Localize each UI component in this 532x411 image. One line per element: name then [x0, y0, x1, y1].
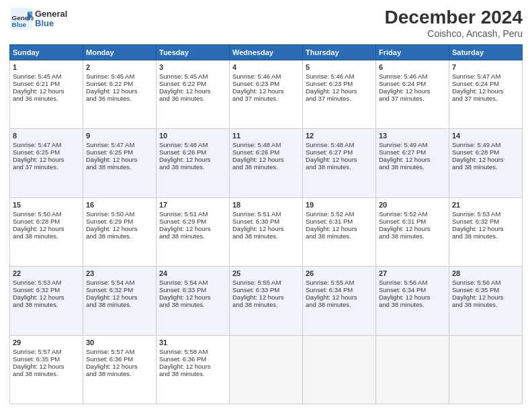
- table-row: 4Sunrise: 5:46 AMSunset: 6:23 PMDaylight…: [230, 60, 303, 129]
- day-info-line: Daylight: 12 hours: [379, 87, 446, 95]
- day-info-line: and 38 minutes.: [379, 163, 446, 171]
- day-info-line: Sunset: 6:21 PM: [13, 80, 80, 87]
- day-info-line: Sunrise: 5:49 AM: [379, 141, 446, 148]
- week-row-5: 29Sunrise: 5:57 AMSunset: 6:35 PMDayligh…: [10, 335, 523, 404]
- day-info-line: Sunrise: 5:48 AM: [159, 141, 226, 148]
- day-info-line: Sunset: 6:26 PM: [159, 148, 226, 156]
- day-info-line: Sunset: 6:23 PM: [232, 80, 300, 87]
- day-info-line: Sunrise: 5:46 AM: [232, 73, 300, 80]
- day-number: 18: [232, 201, 300, 209]
- day-number: 9: [86, 132, 153, 140]
- day-info-line: Sunset: 6:32 PM: [86, 286, 153, 293]
- day-info-line: and 38 minutes.: [232, 163, 300, 171]
- day-info-line: Daylight: 12 hours: [159, 87, 226, 95]
- day-number: 7: [452, 63, 519, 71]
- day-number: 15: [13, 201, 80, 209]
- day-info-line: and 38 minutes.: [159, 370, 226, 377]
- col-thursday: Thursday: [303, 45, 376, 60]
- day-info-line: Sunrise: 5:51 AM: [159, 210, 226, 218]
- day-number: 26: [306, 269, 373, 277]
- table-row: 1Sunrise: 5:45 AMSunset: 6:21 PMDaylight…: [10, 60, 83, 129]
- week-row-1: 1Sunrise: 5:45 AMSunset: 6:21 PMDaylight…: [10, 60, 523, 129]
- table-row: 13Sunrise: 5:49 AMSunset: 6:27 PMDayligh…: [376, 129, 449, 197]
- day-number: 5: [306, 63, 373, 71]
- table-row: 29Sunrise: 5:57 AMSunset: 6:35 PMDayligh…: [10, 335, 83, 404]
- day-info-line: and 37 minutes.: [13, 163, 80, 171]
- day-info-line: Sunset: 6:36 PM: [159, 355, 226, 363]
- day-info-line: Sunrise: 5:45 AM: [86, 73, 153, 80]
- subtitle: Coishco, Ancash, Peru: [385, 28, 523, 39]
- day-info-line: Sunset: 6:29 PM: [86, 218, 153, 225]
- day-number: 8: [13, 132, 80, 140]
- day-number: 20: [379, 201, 446, 209]
- table-row: 23Sunrise: 5:54 AMSunset: 6:32 PMDayligh…: [83, 267, 157, 335]
- day-number: 24: [159, 269, 226, 277]
- day-number: 4: [232, 63, 300, 71]
- day-info-line: Daylight: 12 hours: [452, 156, 519, 163]
- table-row: 19Sunrise: 5:52 AMSunset: 6:31 PMDayligh…: [303, 197, 376, 266]
- day-info-line: Daylight: 12 hours: [86, 225, 153, 232]
- day-info-line: Sunrise: 5:50 AM: [13, 210, 80, 218]
- day-info-line: Sunset: 6:29 PM: [159, 218, 226, 225]
- day-info-line: and 38 minutes.: [86, 163, 153, 171]
- day-info-line: Sunset: 6:25 PM: [13, 148, 80, 156]
- day-number: 13: [379, 132, 446, 140]
- day-info-line: Sunset: 6:24 PM: [452, 80, 519, 87]
- svg-text:Blue: Blue: [12, 21, 27, 28]
- table-row: 6Sunrise: 5:46 AMSunset: 6:24 PMDaylight…: [376, 60, 449, 129]
- day-info-line: and 38 minutes.: [13, 370, 80, 377]
- day-number: 6: [379, 63, 446, 71]
- day-info-line: and 37 minutes.: [232, 95, 300, 102]
- day-number: 19: [306, 201, 373, 209]
- day-info-line: Daylight: 12 hours: [452, 293, 519, 301]
- day-info-line: Sunset: 6:32 PM: [452, 218, 519, 225]
- main-title: December 2024: [385, 7, 523, 28]
- day-info-line: Sunset: 6:27 PM: [306, 148, 373, 156]
- day-info-line: Sunrise: 5:56 AM: [452, 279, 519, 286]
- day-info-line: Sunset: 6:24 PM: [379, 80, 446, 87]
- week-row-4: 22Sunrise: 5:53 AMSunset: 6:32 PMDayligh…: [10, 267, 523, 335]
- day-info-line: Sunrise: 5:47 AM: [452, 73, 519, 80]
- day-info-line: and 37 minutes.: [379, 95, 446, 102]
- day-info-line: Daylight: 12 hours: [232, 156, 300, 163]
- table-row: 25Sunrise: 5:55 AMSunset: 6:33 PMDayligh…: [230, 267, 303, 335]
- table-row: 11Sunrise: 5:48 AMSunset: 6:26 PMDayligh…: [230, 129, 303, 197]
- table-row: 26Sunrise: 5:55 AMSunset: 6:34 PMDayligh…: [303, 267, 376, 335]
- day-number: 14: [452, 132, 519, 140]
- day-info-line: Sunset: 6:35 PM: [452, 286, 519, 293]
- day-info-line: Sunset: 6:30 PM: [232, 218, 300, 225]
- table-row: 24Sunrise: 5:54 AMSunset: 6:33 PMDayligh…: [157, 267, 230, 335]
- day-info-line: Sunset: 6:22 PM: [159, 80, 226, 87]
- day-info-line: and 38 minutes.: [232, 232, 300, 240]
- day-info-line: Daylight: 12 hours: [13, 363, 80, 370]
- day-info-line: and 38 minutes.: [306, 232, 373, 240]
- logo-text: General Blue: [35, 9, 67, 29]
- table-row: 31Sunrise: 5:58 AMSunset: 6:36 PMDayligh…: [157, 335, 230, 404]
- day-info-line: Sunrise: 5:52 AM: [306, 210, 373, 218]
- day-info-line: and 38 minutes.: [306, 301, 373, 308]
- table-row: 15Sunrise: 5:50 AMSunset: 6:28 PMDayligh…: [10, 197, 83, 266]
- table-row: [303, 335, 376, 404]
- day-number: 2: [86, 63, 153, 71]
- day-number: 22: [13, 269, 80, 277]
- day-info-line: Sunrise: 5:51 AM: [232, 210, 300, 218]
- day-info-line: Sunrise: 5:53 AM: [452, 210, 519, 218]
- day-number: 21: [452, 201, 519, 209]
- week-row-3: 15Sunrise: 5:50 AMSunset: 6:28 PMDayligh…: [10, 197, 523, 266]
- day-info-line: and 38 minutes.: [379, 232, 446, 240]
- col-friday: Friday: [376, 45, 449, 60]
- day-info-line: Daylight: 12 hours: [306, 293, 373, 301]
- table-row: 2Sunrise: 5:45 AMSunset: 6:22 PMDaylight…: [83, 60, 157, 129]
- col-sunday: Sunday: [10, 45, 83, 60]
- col-monday: Monday: [83, 45, 157, 60]
- day-info-line: Sunset: 6:27 PM: [379, 148, 446, 156]
- table-row: [449, 335, 523, 404]
- calendar-table: Sunday Monday Tuesday Wednesday Thursday…: [9, 44, 523, 404]
- table-row: 8Sunrise: 5:47 AMSunset: 6:25 PMDaylight…: [10, 129, 83, 197]
- day-info-line: Sunrise: 5:52 AM: [379, 210, 446, 218]
- table-row: 3Sunrise: 5:45 AMSunset: 6:22 PMDaylight…: [157, 60, 230, 129]
- day-info-line: Daylight: 12 hours: [306, 87, 373, 95]
- logo-blue: Blue: [35, 19, 67, 28]
- day-info-line: Daylight: 12 hours: [306, 156, 373, 163]
- day-info-line: Sunset: 6:33 PM: [159, 286, 226, 293]
